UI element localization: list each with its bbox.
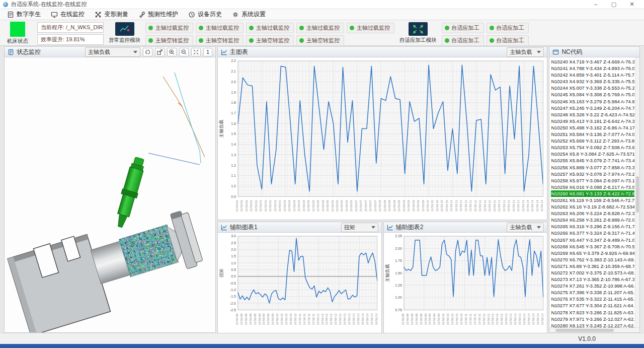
nc-line[interactable]: N10242 X4.859 Y-3.401 Z-5.114 A-75.775 — [551, 72, 634, 78]
nc-line[interactable]: N10280 X8.123 Y-3.245 Z-12.227 A-62.23 — [551, 322, 634, 327]
nc-line[interactable]: N10267 X6.447 Y-3.347 Z-9.489 A-71.055 — [551, 237, 634, 243]
main-chart-series-dropdown[interactable]: 主轴负载 — [507, 47, 544, 57]
nc-line[interactable]: N10259 X6.016 Y-3.098 Z-8.217 A-73.036 — [551, 184, 634, 190]
svg-text:16:59:09: 16:59:09 — [407, 200, 410, 212]
nc-line[interactable]: N10276 X7.535 Y-3.322 Z-11.415 A-65.22 — [551, 296, 634, 302]
nc-line[interactable]: N10245 X5.084 Y-3.308 Z-5.769 A-75.088 — [551, 91, 634, 98]
maximize-icon[interactable]: ▢ — [605, 1, 623, 8]
svg-text:16:59:06: 16:59:06 — [350, 200, 353, 212]
nc-line[interactable]: N10256 X5.889 Y-3.077 Z-7.858 A-73.348 — [551, 164, 634, 171]
nc-line[interactable]: N10268 X6.545 Y-3.367 Z-9.708 A-70.519 — [551, 243, 634, 250]
nc-line[interactable]: N10262 X6.16 Y-3.19 Z-8.682 A-72.534 C — [551, 203, 634, 210]
nc-line[interactable]: N10253 X5.754 Y-3.092 Z-7.508 A-73.677 — [551, 144, 634, 151]
svg-text:16:59:11: 16:59:11 — [303, 313, 306, 325]
adaptive-machining-button[interactable]: 自适应加工 — [487, 23, 529, 33]
nc-line[interactable]: N10241 X4.788 Y-3.434 Z-4.893 A-76.062 — [551, 65, 634, 72]
view-channel-dropdown[interactable]: 主轴负载 — [85, 47, 140, 57]
nc-line[interactable]: N10257 X5.932 Y-3.078 Z-7.974 A-73.243 — [551, 171, 634, 177]
button-label: 自适应加工 — [497, 24, 524, 32]
svg-text:2.25: 2.25 — [395, 235, 402, 238]
menu-item-system-settings[interactable]: 系统设置 — [227, 9, 271, 20]
nc-line[interactable]: N10254 X5.8 Y-3.084 Z-7.625 A-73.571 C — [551, 151, 634, 157]
spindle-idle-monitor-button[interactable]: 主轴空转监控 — [246, 35, 294, 46]
svg-text:2.1: 2.1 — [231, 69, 236, 73]
nc-line[interactable]: N10246 X5.163 Y-3.279 Z-5.984 A-74.892 — [551, 98, 634, 105]
spindle-overload-monitor-button[interactable]: 主轴过载监控 — [296, 23, 344, 33]
svg-text:1.9: 1.9 — [231, 91, 236, 94]
status-dot-icon — [249, 38, 254, 43]
fit-view-button[interactable] — [191, 48, 201, 56]
menu-item-predictive-maintenance[interactable]: 预测性维护 — [133, 9, 183, 20]
menu-item-device-history[interactable]: 设备历史 — [183, 9, 227, 20]
scrollbar-thumb[interactable] — [555, 329, 614, 332]
adaptive-machining-button[interactable]: 自适应加工 — [442, 23, 484, 33]
nc-line[interactable]: N10255 X5.845 Y-3.079 Z-7.741 A-73.458 — [551, 157, 634, 164]
nc-line[interactable]: N10278 X7.823 Y-3.286 Z-11.825 A-63.73 — [551, 309, 634, 316]
3d-viewport[interactable] — [5, 57, 215, 332]
nc-line[interactable]: N10269 X6.65 Y-3.379 Z-9.926 A-69.947 C — [551, 250, 634, 256]
svg-text:16:59:14: 16:59:14 — [532, 313, 535, 325]
nc-line[interactable]: N10251 X5.584 Y-3.136 Z-7.077 A-74.012 — [551, 131, 634, 137]
spindle-overload-monitor-button[interactable]: 主轴过载监控 — [347, 23, 394, 33]
nc-line-current[interactable]: N10260 X6.081 Y-3.133 Z-8.422 A-72.835 — [551, 190, 634, 197]
spindle-idle-monitor-button[interactable]: 主轴空转监控 — [145, 35, 193, 46]
rotate-view-button[interactable] — [143, 48, 152, 56]
svg-text:16:59:10: 16:59:10 — [440, 200, 443, 212]
vertical-scrollbar[interactable] — [635, 57, 639, 327]
nc-line[interactable]: N10272 X7.002 Y-3.375 Z-10.573 A-68.05 — [551, 269, 634, 276]
zoom-in-button[interactable] — [167, 48, 177, 56]
nc-line[interactable]: N10275 X7.396 Y-3.338 Z-11.207 A-65.95 — [551, 289, 634, 296]
chevron-down-icon — [537, 226, 541, 229]
aux1-series-dropdown[interactable]: 扭矩 — [341, 223, 378, 232]
svg-text:16:59:04: 16:59:04 — [293, 200, 296, 212]
status-dot-icon — [199, 26, 203, 30]
nc-line[interactable]: N10243 X4.932 Y-3.369 Z-5.335 A-75.523 — [551, 78, 634, 85]
nc-line[interactable]: N10244 X5.007 Y-3.338 Z-5.553 A-75.297 — [551, 85, 634, 91]
nc-line[interactable]: N10274 X7.261 Y-3.352 Z-10.998 A-66.67 — [551, 283, 634, 289]
nc-line[interactable]: N10250 X5.498 Y-3.162 Z-6.86 A-74.178 C — [551, 124, 634, 131]
spindle-overload-monitor-button[interactable]: 主轴过载监控 — [196, 23, 244, 33]
button-label: 主轴过载监控 — [206, 24, 239, 32]
spindle-idle-monitor-button[interactable]: 主轴空转监控 — [196, 35, 244, 46]
spindle-idle-monitor-button[interactable]: 主轴空转监控 — [296, 35, 344, 46]
nc-line[interactable]: N10240 X4.719 Y-3.467 Z-4.669 A-76.396 — [551, 58, 634, 65]
adaptive-machining-button[interactable]: 自适应加工 — [442, 35, 484, 46]
horizontal-scrollbar[interactable] — [549, 327, 639, 332]
svg-text:16:59:10: 16:59:10 — [445, 200, 448, 212]
nc-line[interactable]: N10270 X6.762 Y-3.383 Z-10.143 A-69.34 — [551, 256, 634, 263]
export-view-button[interactable] — [155, 48, 165, 56]
menu-item-digital-twin[interactable]: 数字孪生 — [2, 9, 46, 20]
svg-text:16:59:02: 16:59:02 — [255, 200, 258, 212]
nc-line[interactable]: N10273 X7.13 Y-3.365 Z-10.786 A-67.372 — [551, 276, 634, 283]
nc-line[interactable]: N10258 X5.977 Y-3.084 Z-8.097 A-73.138 — [551, 177, 634, 184]
minimize-icon[interactable]: – — [587, 1, 605, 8]
aux2-series-dropdown[interactable]: 主轴负载 — [507, 223, 544, 232]
close-icon[interactable]: ✕ — [623, 1, 641, 8]
nc-line[interactable]: N10279 X7.971 Y-3.266 Z-12.027 A-62.98 — [551, 316, 634, 322]
button-label: 自适应加工 — [452, 24, 479, 32]
nc-line[interactable]: N10249 X5.413 Y-3.191 Z-6.642 A-74.346 — [551, 118, 634, 124]
spindle-overload-monitor-button[interactable]: 主轴过载监控 — [246, 23, 294, 33]
status-dot-icon — [350, 26, 354, 30]
nc-line[interactable]: N10248 X5.328 Y-3.22 Z-6.423 A-74.52 C — [551, 111, 634, 118]
menu-item-online-monitor[interactable]: 在线监控 — [46, 9, 90, 20]
chevron-down-icon — [537, 51, 541, 53]
svg-text:16:59:10: 16:59:10 — [436, 200, 439, 212]
nc-line[interactable]: N10264 X6.258 Y-3.261 Z-8.989 A-72.072 — [551, 217, 634, 223]
nc-line[interactable]: N10266 X6.377 Y-3.324 Z-9.317 A-71.443 — [551, 230, 634, 236]
scrollbar-thumb[interactable] — [636, 176, 639, 213]
zoom-out-button[interactable] — [179, 48, 189, 56]
nc-line[interactable]: N10261 X6.119 Y-3.159 Z-8.546 A-72.701 — [551, 197, 634, 203]
nc-line[interactable]: N10252 X5.669 Y-3.112 Z-7.293 A-73.844 — [551, 137, 634, 144]
nc-line[interactable]: N10277 X7.677 Y-3.304 Z-11.621 A-64.48 — [551, 302, 634, 309]
svg-text:16:59:08: 16:59:08 — [388, 200, 391, 212]
spindle-overload-monitor-button[interactable]: 主轴过载监控 — [145, 23, 193, 33]
svg-text:1.0: 1.0 — [231, 261, 236, 265]
nc-line[interactable]: N10263 X6.206 Y-3.224 Z-8.828 A-72.33 C — [551, 210, 634, 217]
nc-line[interactable]: N10271 X6.88 Y-3.381 Z-10.359 A-68.711 — [551, 263, 634, 269]
nc-line[interactable]: N10247 X5.245 Y-3.249 Z-6.204 A-74.701 — [551, 105, 634, 111]
menu-item-deform-measure[interactable]: 变形测量 — [90, 9, 133, 20]
adaptive-machining-button[interactable]: 自适应加工 — [487, 35, 529, 46]
zoom-level-field[interactable]: 1 — [203, 48, 212, 56]
nc-line[interactable]: N10265 X6.316 Y-3.296 Z-9.156 A-71.771 — [551, 223, 634, 230]
